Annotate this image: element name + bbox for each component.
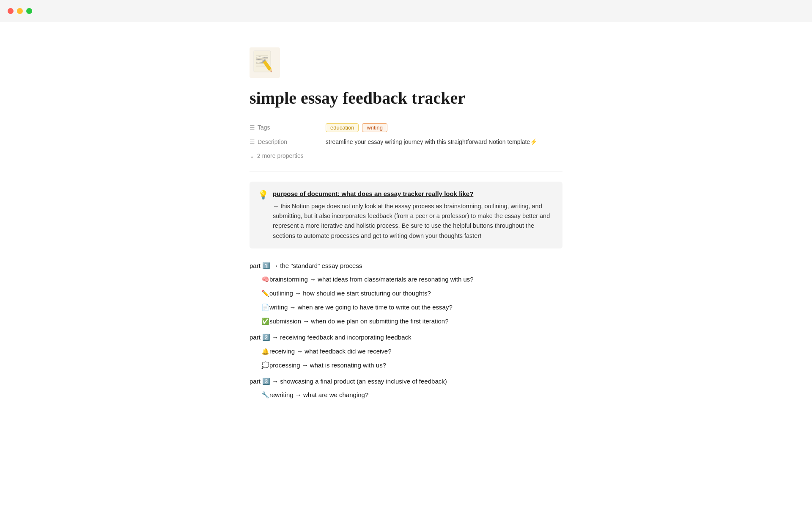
list-item: ✏️outlining → how should we start struct… [250,287,562,299]
page-title: simple essay feedback tracker [250,88,562,108]
minimize-button[interactable] [17,8,23,14]
close-button[interactable] [8,8,14,14]
page-icon-svg [252,50,277,75]
list-item: 🔧rewriting → what are we changing? [250,389,562,400]
part-header: part 2️⃣ → receiving feedback and incorp… [250,332,562,343]
list-item: 🔔receiving → what feedback did we receiv… [250,345,562,357]
list-item: 💭processing → what is resonating with us… [250,359,562,371]
traffic-lights [8,8,32,14]
maximize-button[interactable] [26,8,32,14]
list-item: ✅submission → when do we plan on submitt… [250,315,562,327]
tags-label: ☰ Tags [250,124,326,131]
list-item: 📄writing → when are we going to have tim… [250,301,562,313]
main-content: simple essay feedback tracker ☰ Tags edu… [216,22,596,437]
tags-icon: ☰ [250,124,255,131]
callout-body: → this Notion page does not only look at… [273,202,554,241]
part-header: part 3️⃣ → showcasing a final product (a… [250,376,562,387]
description-value: streamline your essay writing journey wi… [326,138,537,145]
more-properties-toggle[interactable]: ⌄ 2 more properties [250,151,562,161]
description-label: ☰ Description [250,138,326,145]
callout-title: purpose of document: what does an essay … [273,189,554,198]
section-divider [250,171,562,171]
callout-icon: 💡 [258,190,269,241]
page-icon [250,47,280,78]
tags-row: ☰ Tags education writing [250,120,562,135]
callout-content: purpose of document: what does an essay … [273,189,554,241]
body-content: part 1️⃣ → the "standard" essay process🧠… [250,260,562,401]
properties-section: ☰ Tags education writing ☰ Description s… [250,120,562,161]
list-item: 🧠brainstorming → what ideas from class/m… [250,273,562,285]
chevron-down-icon: ⌄ [250,152,255,159]
tag-education[interactable]: education [326,123,359,132]
tag-writing[interactable]: writing [362,123,387,132]
description-row: ☰ Description streamline your essay writ… [250,135,562,149]
description-text: streamline your essay writing journey wi… [326,138,537,145]
description-icon: ☰ [250,138,255,145]
tags-value: education writing [326,123,387,132]
page-icon-container [250,47,562,78]
part-header: part 1️⃣ → the "standard" essay process [250,260,562,271]
window-chrome [0,0,812,22]
callout-block: 💡 purpose of document: what does an essa… [250,182,562,248]
